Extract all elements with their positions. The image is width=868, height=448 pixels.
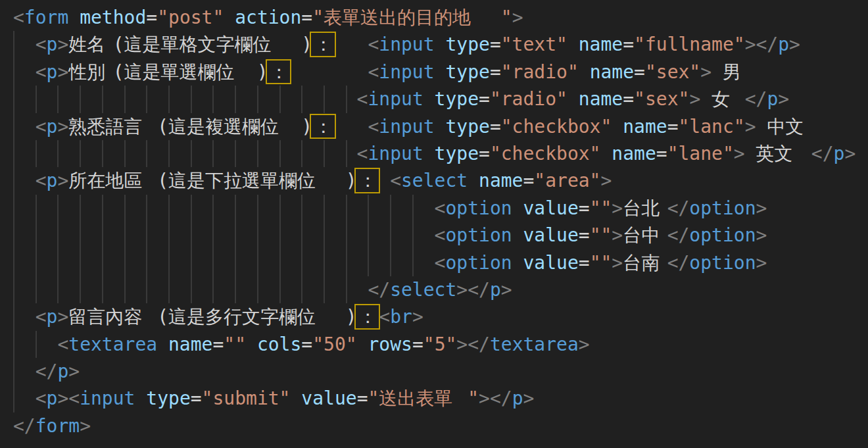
code-token [290, 387, 301, 409]
code-token: " [312, 7, 324, 28]
code-token: option [445, 252, 512, 274]
code-token [224, 7, 235, 28]
code-token: 性別 [68, 59, 112, 86]
code-token: type [435, 88, 479, 110]
code-token: 表單送出的目的地 [324, 4, 501, 31]
code-token [357, 334, 368, 355]
code-token: name [590, 61, 634, 83]
indent-guide [279, 276, 281, 303]
indent-guide [124, 86, 126, 112]
code-token: 姓名 [68, 31, 112, 58]
code-token: option [445, 224, 512, 246]
code-token: input [379, 61, 434, 83]
indent-guide [368, 195, 369, 222]
code-token: > [734, 143, 745, 164]
indent-guide [124, 140, 126, 167]
indent-guide [124, 276, 126, 303]
code-line: <textarea name="" cols="50" rows="5"></t… [13, 331, 868, 358]
code-token: ) [346, 170, 357, 191]
code-token: </ [490, 387, 512, 409]
indent-guide [212, 222, 214, 249]
indent-guide [13, 113, 14, 140]
indent-guide [13, 140, 14, 167]
code-token: = [479, 88, 490, 110]
code-token: option [689, 252, 756, 274]
code-token: = [146, 7, 157, 28]
code-token: > [612, 197, 623, 219]
code-token: > [756, 224, 767, 246]
code-line: <option value="">台北</option> [13, 195, 868, 222]
code-token [435, 34, 446, 55]
indent-guide [57, 140, 59, 167]
code-token: "text" [501, 34, 567, 55]
indent-guide [102, 140, 103, 167]
code-token [612, 116, 623, 137]
code-token: "fullname" [634, 34, 745, 55]
code-token: > [600, 170, 612, 191]
code-token: < [368, 34, 379, 55]
code-token: > [57, 34, 68, 55]
indent-guide [324, 86, 325, 112]
code-token: "" [590, 197, 612, 219]
code-token: > [57, 116, 68, 137]
indent-guide [279, 140, 281, 167]
code-token: > [479, 387, 490, 409]
code-token: 送出表單 [379, 385, 468, 412]
code-token: = [191, 387, 202, 409]
code-token: ) [257, 61, 268, 83]
code-token: < [368, 61, 379, 83]
indent-guide [368, 222, 369, 249]
indent-guide [168, 195, 170, 222]
code-line: <option value="">台中</option> [13, 222, 868, 249]
indent-guide [324, 195, 325, 222]
indent-guide [80, 195, 81, 222]
code-token: </ [368, 279, 390, 301]
code-editor[interactable]: <form method="post" action="表單送出的目的地"> <… [0, 0, 868, 448]
indent-guide [36, 86, 37, 112]
code-line: <p>所在地區(這是下拉選單欄位)： <select name="area"> [13, 167, 868, 194]
code-token: </ [756, 34, 779, 55]
code-token: = [212, 334, 224, 355]
code-token: p [47, 306, 58, 328]
indent-guide [324, 249, 325, 276]
code-token: name [479, 170, 523, 191]
indent-guide [257, 140, 258, 167]
indent-guide [301, 249, 302, 276]
indent-guide [168, 140, 170, 167]
indent-guide [13, 31, 14, 58]
code-token: ) [301, 34, 312, 55]
code-token [423, 88, 435, 110]
code-token: "sex" [634, 88, 689, 110]
code-token: method [80, 7, 146, 28]
code-token: ) [346, 306, 357, 328]
code-token: > [68, 361, 80, 382]
code-token: > [57, 61, 68, 83]
code-token: "radio" [490, 88, 567, 110]
code-token [435, 61, 446, 83]
indent-guide [257, 86, 258, 112]
indent-guide [301, 86, 302, 112]
indent-guide [13, 59, 14, 86]
code-token [745, 143, 756, 164]
code-token: "area" [534, 170, 600, 191]
code-token: > [844, 143, 856, 164]
indent-guide [102, 276, 103, 303]
code-token: 留言內容 [68, 303, 157, 330]
code-token [290, 61, 368, 83]
indent-guide [36, 276, 37, 303]
code-token: 台中 [623, 222, 667, 249]
code-line: </form> [13, 412, 868, 439]
indent-guide [146, 140, 147, 167]
code-token: = [523, 170, 534, 191]
indent-guide [13, 249, 14, 276]
indent-guide [124, 195, 126, 222]
indent-guide [235, 140, 236, 167]
code-token: "sex" [645, 61, 700, 83]
indent-guide [13, 195, 14, 222]
unicode-highlight-box: ： [312, 31, 335, 58]
code-token: "5" [423, 334, 457, 355]
code-token [734, 88, 745, 110]
code-token: "checkbox" [490, 143, 601, 164]
code-token: name [579, 88, 623, 110]
code-token [246, 334, 257, 355]
